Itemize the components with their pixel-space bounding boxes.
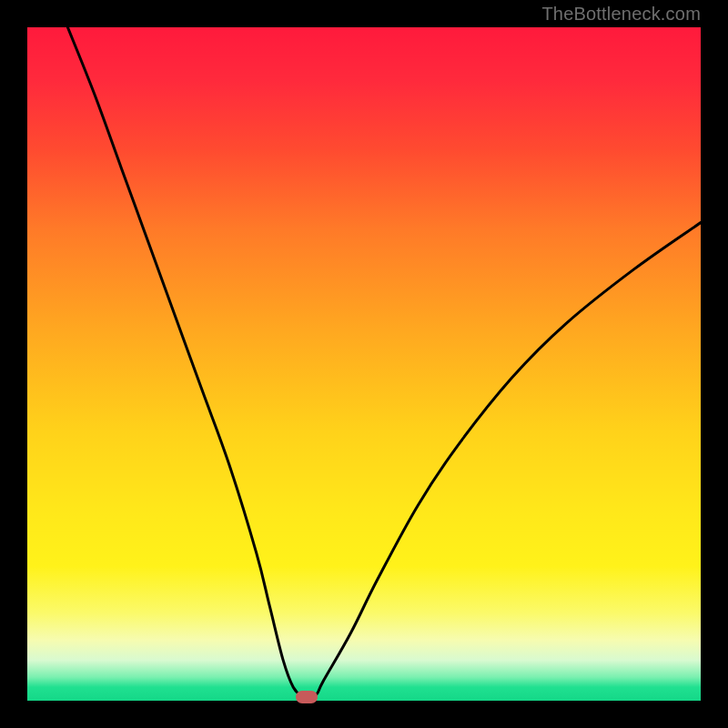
chart-frame: TheBottleneck.com	[0, 0, 728, 728]
curve-svg	[27, 27, 701, 701]
bottleneck-curve	[67, 27, 701, 698]
optimal-marker	[296, 691, 318, 703]
plot-area	[27, 27, 701, 701]
watermark-text: TheBottleneck.com	[541, 4, 701, 25]
